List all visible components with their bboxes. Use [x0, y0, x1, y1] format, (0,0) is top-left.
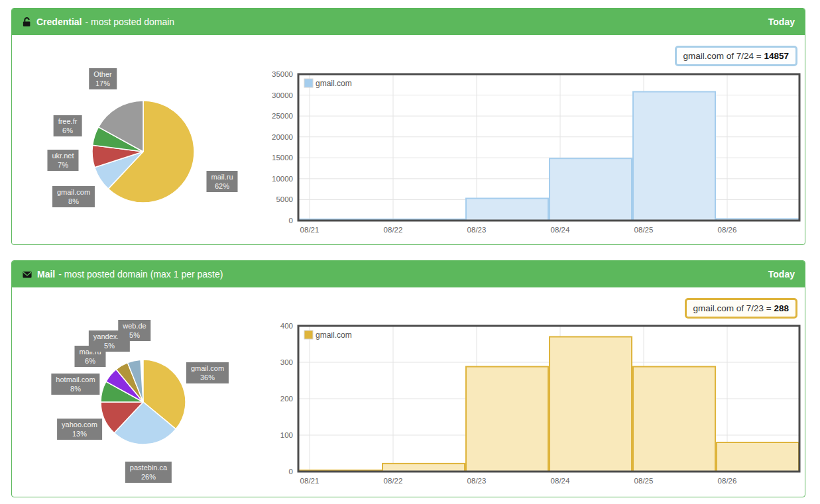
today-badge[interactable]: Today [768, 17, 795, 27]
chart-readout: gmail.com of 7/23 = 288 [685, 298, 797, 319]
x-axis-tick: 08/24 [551, 226, 570, 234]
bar-chart-svg: 0500010000150002000025000300003500008/21… [257, 68, 806, 243]
x-axis-tick: 08/25 [634, 477, 654, 485]
x-axis-tick: 08/21 [300, 226, 320, 234]
readout-text: gmail.com of 7/23 = [693, 303, 774, 313]
x-axis-tick: 08/22 [384, 477, 403, 485]
credential-panel-header: Credential - most posted domain Today [12, 9, 805, 35]
readout-value: 14857 [764, 51, 789, 61]
pie-label-gmail.com: gmail.com36% [186, 362, 229, 383]
y-axis-tick: 35000 [272, 70, 293, 78]
legend-label: gmail.com [316, 330, 352, 340]
bar-08/23[interactable] [466, 367, 548, 472]
x-axis-tick: 08/21 [300, 477, 320, 485]
bar-08/26[interactable] [717, 442, 799, 472]
y-axis-tick: 20000 [272, 133, 293, 141]
unlock-icon [22, 17, 32, 27]
bar-08/24[interactable] [550, 158, 632, 221]
x-axis-tick: 08/26 [718, 477, 737, 485]
pie-svg [97, 356, 190, 448]
bar-08/23[interactable] [466, 199, 548, 221]
y-axis-tick: 100 [280, 431, 293, 439]
pie-label-pastebin.ca: pastebin.ca26% [125, 462, 172, 483]
pie-label-web.de: web.de5% [118, 320, 150, 341]
pie-label-gmail.com: gmail.com8% [52, 186, 95, 207]
envelope-icon [22, 270, 32, 279]
x-axis-tick: 08/23 [467, 477, 487, 485]
x-axis-tick: 08/23 [467, 226, 487, 234]
y-axis-tick: 0 [289, 468, 293, 476]
pie-label-mail.ru: mail.ru62% [206, 171, 237, 192]
pie-label-yahoo.com: yahoo.com13% [57, 419, 102, 440]
bar-08/25[interactable] [633, 367, 715, 472]
pie-label-free.fr: free.fr6% [54, 115, 82, 136]
panel-subtitle: - most posted domain [85, 17, 174, 27]
bar-08/25[interactable] [633, 92, 715, 221]
legend-swatch [304, 79, 313, 87]
legend: gmail.com [304, 330, 352, 340]
readout-value: 288 [774, 303, 789, 313]
y-axis-tick: 30000 [272, 91, 293, 99]
bar-08/22[interactable] [382, 464, 465, 472]
today-badge[interactable]: Today [768, 269, 795, 279]
y-axis-tick: 25000 [272, 112, 293, 120]
pie-label-hotmail.com: hotmail.com8% [51, 374, 99, 395]
y-axis-tick: 15000 [272, 154, 293, 162]
x-axis-tick: 08/26 [718, 226, 737, 234]
y-axis-tick: 400 [280, 322, 293, 330]
x-axis-tick: 08/25 [634, 226, 654, 234]
mail-panel-header: Mail - most posted domain (max 1 per pas… [12, 261, 805, 287]
pie-label-ukr.net: ukr.net7% [47, 150, 78, 171]
pie-svg [88, 97, 198, 207]
panel-subtitle: - most posted domain (max 1 per paste) [58, 269, 223, 279]
x-axis-tick: 08/24 [551, 477, 570, 485]
readout-text: gmail.com of 7/24 = [683, 51, 764, 61]
bar-chart-svg: 010020030040008/2108/2208/2308/2408/2508… [257, 319, 806, 494]
y-axis-tick: 10000 [272, 175, 293, 183]
y-axis-tick: 200 [280, 395, 293, 403]
legend: gmail.com [304, 79, 352, 88]
credential-panel: Credential - most posted domain Today gm… [11, 8, 805, 245]
panel-title: Credential [36, 17, 82, 27]
bar-08/24[interactable] [550, 337, 632, 472]
legend-swatch [304, 330, 313, 339]
chart-readout: gmail.com of 7/24 = 14857 [675, 46, 797, 66]
mail-panel: Mail - most posted domain (max 1 per pas… [11, 260, 805, 497]
pie-label-Other: Other17% [89, 68, 117, 89]
y-axis-tick: 0 [289, 217, 293, 225]
panel-title: Mail [37, 269, 55, 279]
legend-label: gmail.com [316, 79, 352, 88]
x-axis-tick: 08/22 [384, 226, 403, 234]
y-axis-tick: 300 [280, 358, 293, 366]
y-axis-tick: 5000 [276, 195, 293, 203]
